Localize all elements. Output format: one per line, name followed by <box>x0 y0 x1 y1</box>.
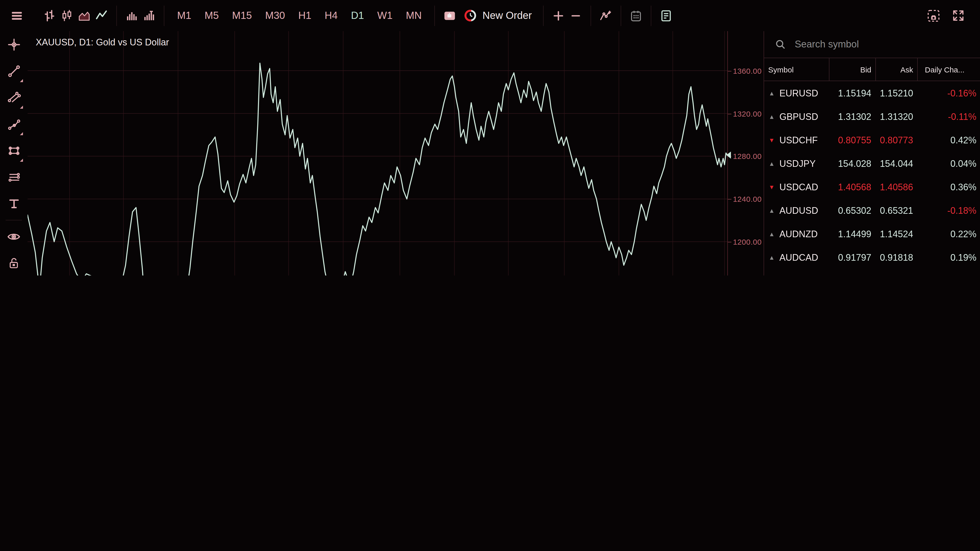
ask-value: 0.80773 <box>875 135 917 146</box>
up-arrow: ▲ <box>764 254 780 261</box>
symbol-name: USDCHF <box>780 135 829 146</box>
price-axis-label: 1360.00 <box>733 66 762 75</box>
toolbar-separator <box>620 5 621 26</box>
price-line-chart <box>27 31 727 275</box>
fibonacci-icon <box>7 170 21 184</box>
line-chart-icon <box>95 9 108 22</box>
fullscreen-button[interactable] <box>950 4 967 27</box>
symbol-name: EURUSD <box>780 88 829 99</box>
journal-button[interactable] <box>657 4 675 27</box>
timeframe-h4[interactable]: H4 <box>318 4 344 27</box>
submenu-corner <box>20 159 23 162</box>
fibonacci-tool[interactable] <box>0 164 27 190</box>
submenu-corner <box>20 106 23 109</box>
text-tool[interactable] <box>0 190 27 217</box>
ask-value: 1.31320 <box>875 111 917 122</box>
up-arrow: ▲ <box>764 90 780 97</box>
timeframe-w1[interactable]: W1 <box>371 4 399 27</box>
market-watch-row-gbpusd[interactable]: ▲GBPUSD1.313021.31320-0.11% <box>764 105 980 129</box>
market-watch-row-audusd[interactable]: ▲AUDUSD0.653020.65321-0.18% <box>764 199 980 222</box>
column-ask[interactable]: Ask <box>875 58 917 81</box>
candlestick-chart-type-button[interactable] <box>58 4 76 27</box>
toolbar-separator <box>651 5 651 26</box>
ask-value: 154.044 <box>875 159 917 169</box>
market-watch-row-usdchf[interactable]: ▼USDCHF0.807550.807730.42% <box>764 129 980 152</box>
market-watch-row-audcad[interactable]: ▲AUDCAD0.917970.918180.19% <box>764 246 980 269</box>
calendar-button[interactable] <box>627 4 645 27</box>
bid-value: 1.15194 <box>829 88 875 99</box>
new-order-label: New Order <box>483 10 532 21</box>
area-chart-type-button[interactable] <box>76 4 93 27</box>
price-axis-label: 1320.00 <box>733 109 762 118</box>
chart-window-button[interactable] <box>441 4 458 27</box>
trading-platform-window: M1M5M15M30H1H4D1W1MN New Order <box>0 0 980 275</box>
market-watch-row-usdcad[interactable]: ▼USDCAD1.405681.405860.36% <box>764 176 980 199</box>
menu-button[interactable] <box>8 4 25 27</box>
indicators-button[interactable] <box>597 4 614 27</box>
price-axis[interactable]: 1360.001320.001280.001240.001200.001160.… <box>728 31 764 275</box>
volumes-button[interactable] <box>123 4 140 27</box>
symbol-search[interactable] <box>764 31 980 58</box>
price-axis-label: 1200.00 <box>733 238 762 246</box>
chart-plot[interactable] <box>27 31 728 275</box>
toolbar-separator <box>434 5 435 26</box>
timeframe-mn[interactable]: MN <box>399 4 428 27</box>
show-objects-tool[interactable] <box>0 224 27 250</box>
toolbar-separator <box>543 5 544 26</box>
down-arrow: ▼ <box>764 137 780 144</box>
market-watch-header: Symbol Bid Ask Daily Cha... <box>764 58 980 81</box>
column-daily-change[interactable]: Daily Cha... <box>917 58 980 81</box>
chart-area[interactable]: XAUUSD, D1: Gold vs US Dollar 1360.00132… <box>27 31 764 275</box>
current-price-marker <box>726 152 731 159</box>
search-icon <box>774 38 787 51</box>
daily-change-value: -0.16% <box>917 88 980 99</box>
zoom-out-icon <box>570 10 582 22</box>
market-watch-row-eurusd[interactable]: ▲EURUSD1.151941.15210-0.16% <box>764 82 980 105</box>
daily-change-value: 0.36% <box>917 182 980 192</box>
toolbar-separator <box>164 5 164 26</box>
search-symbol-input[interactable] <box>794 38 947 51</box>
channel-icon <box>7 91 21 104</box>
zoom-out-button[interactable] <box>567 4 584 27</box>
polyline-tool[interactable] <box>0 111 27 137</box>
rail-separator <box>6 220 22 221</box>
market-watch-row-usdjpy[interactable]: ▲USDJPY154.028154.0440.04% <box>764 152 980 176</box>
column-bid[interactable]: Bid <box>829 58 875 81</box>
crosshair-tool[interactable] <box>0 31 27 58</box>
timeframe-m30[interactable]: M30 <box>259 4 292 27</box>
crosshair-icon <box>7 38 21 51</box>
unlock-objects-tool[interactable] <box>0 250 27 275</box>
up-arrow: ▲ <box>764 160 780 167</box>
market-watch-row-audchf[interactable]: ▼AUDCHF0.527370.527570.24% <box>764 269 980 275</box>
timeframe-m5[interactable]: M5 <box>198 4 226 27</box>
price-axis-label: 1240.00 <box>733 195 762 203</box>
indicator-icon <box>599 9 613 22</box>
shapes-tool[interactable] <box>0 137 27 164</box>
timeframe-m1[interactable]: M1 <box>170 4 198 27</box>
market-watch-rows: ▲EURUSD1.151941.15210-0.16%▲GBPUSD1.3130… <box>764 82 980 275</box>
channel-tool[interactable] <box>0 84 27 111</box>
timeframe-d1[interactable]: D1 <box>344 4 371 27</box>
bid-value: 154.028 <box>829 159 875 169</box>
tick-volumes-button[interactable] <box>140 4 158 27</box>
trendline-tool[interactable] <box>0 58 27 84</box>
candlestick-icon <box>60 9 73 22</box>
market-watch-row-audnzd[interactable]: ▲AUDNZD1.144991.145240.22% <box>764 222 980 246</box>
left-tool-rail <box>0 31 27 275</box>
line-chart-type-button[interactable] <box>93 4 110 27</box>
trendline-icon <box>7 64 21 78</box>
timeframe-m15[interactable]: M15 <box>225 4 259 27</box>
screenshot-button[interactable] <box>925 4 942 27</box>
bar-chart-type-button[interactable] <box>41 4 58 27</box>
polyline-icon <box>7 117 21 131</box>
ask-value: 0.91818 <box>875 252 917 263</box>
column-symbol[interactable]: Symbol <box>764 58 829 81</box>
timeframe-h1[interactable]: H1 <box>292 4 318 27</box>
ask-value: 1.40586 <box>875 182 917 192</box>
up-arrow: ▲ <box>764 230 780 238</box>
zoom-in-button[interactable] <box>550 4 567 27</box>
price-axis-tick <box>728 242 732 243</box>
symbol-name: USDJPY <box>780 159 829 169</box>
new-order-button[interactable]: New Order <box>464 9 532 22</box>
screenshot-icon <box>926 8 941 23</box>
